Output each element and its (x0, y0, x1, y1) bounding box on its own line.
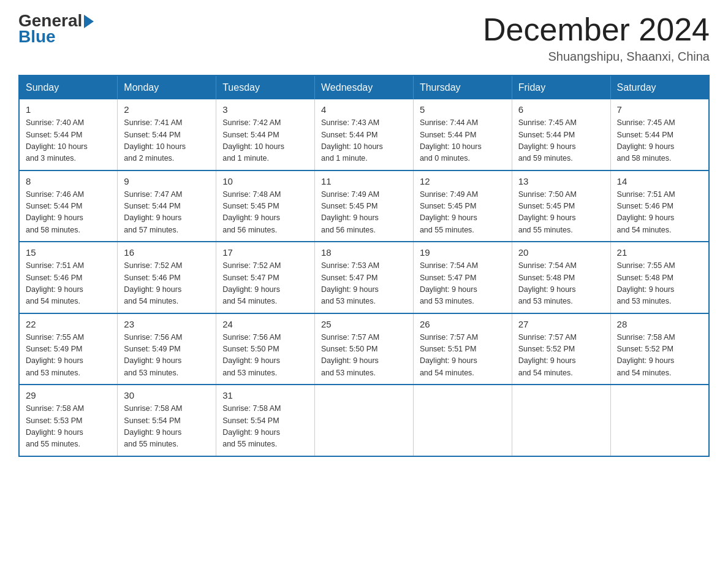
day-info: Sunrise: 7:46 AMSunset: 5:44 PMDaylight:… (26, 189, 111, 237)
calendar-day-16: 16Sunrise: 7:52 AMSunset: 5:46 PMDayligh… (118, 242, 216, 313)
calendar-day-empty (413, 385, 512, 456)
day-info: Sunrise: 7:41 AMSunset: 5:44 PMDaylight:… (124, 117, 210, 165)
calendar-day-2: 2Sunrise: 7:41 AMSunset: 5:44 PMDaylight… (118, 99, 216, 170)
calendar-day-30: 30Sunrise: 7:58 AMSunset: 5:54 PMDayligh… (118, 385, 216, 456)
day-info: Sunrise: 7:51 AMSunset: 5:46 PMDaylight:… (26, 260, 111, 308)
day-number: 27 (518, 319, 604, 329)
calendar-day-5: 5Sunrise: 7:44 AMSunset: 5:44 PMDaylight… (413, 99, 512, 170)
day-number: 28 (617, 319, 702, 329)
calendar-day-19: 19Sunrise: 7:54 AMSunset: 5:47 PMDayligh… (413, 242, 512, 313)
calendar-day-22: 22Sunrise: 7:55 AMSunset: 5:49 PMDayligh… (19, 313, 118, 385)
calendar-day-23: 23Sunrise: 7:56 AMSunset: 5:49 PMDayligh… (118, 313, 216, 385)
day-info: Sunrise: 7:55 AMSunset: 5:48 PMDaylight:… (617, 260, 702, 308)
day-number: 22 (26, 319, 111, 329)
day-number: 3 (222, 104, 308, 115)
calendar-day-18: 18Sunrise: 7:53 AMSunset: 5:47 PMDayligh… (315, 242, 414, 313)
weekday-header-thursday: Thursday (413, 75, 512, 99)
day-info: Sunrise: 7:45 AMSunset: 5:44 PMDaylight:… (518, 117, 604, 165)
day-number: 23 (124, 319, 210, 329)
day-number: 6 (518, 104, 604, 115)
day-info: Sunrise: 7:58 AMSunset: 5:52 PMDaylight:… (617, 332, 702, 380)
calendar-week-row: 15Sunrise: 7:51 AMSunset: 5:46 PMDayligh… (19, 242, 709, 313)
day-number: 25 (321, 319, 407, 329)
calendar-week-row: 8Sunrise: 7:46 AMSunset: 5:44 PMDaylight… (19, 170, 709, 242)
logo: General Blue (18, 12, 94, 45)
weekday-header-friday: Friday (512, 75, 610, 99)
day-number: 9 (124, 176, 210, 186)
calendar-day-10: 10Sunrise: 7:48 AMSunset: 5:45 PMDayligh… (216, 170, 315, 242)
day-number: 26 (420, 319, 506, 329)
calendar-week-row: 22Sunrise: 7:55 AMSunset: 5:49 PMDayligh… (19, 313, 709, 385)
logo-triangle-icon (84, 15, 94, 28)
day-info: Sunrise: 7:56 AMSunset: 5:50 PMDaylight:… (222, 332, 308, 380)
day-info: Sunrise: 7:55 AMSunset: 5:49 PMDaylight:… (26, 332, 111, 380)
day-number: 1 (26, 104, 111, 115)
day-info: Sunrise: 7:54 AMSunset: 5:48 PMDaylight:… (518, 260, 604, 308)
weekday-header-saturday: Saturday (610, 75, 709, 99)
day-info: Sunrise: 7:58 AMSunset: 5:54 PMDaylight:… (124, 403, 210, 451)
day-info: Sunrise: 7:43 AMSunset: 5:44 PMDaylight:… (321, 117, 407, 165)
day-number: 31 (222, 390, 308, 400)
day-info: Sunrise: 7:52 AMSunset: 5:47 PMDaylight:… (222, 260, 308, 308)
calendar-day-13: 13Sunrise: 7:50 AMSunset: 5:45 PMDayligh… (512, 170, 610, 242)
calendar-day-12: 12Sunrise: 7:49 AMSunset: 5:45 PMDayligh… (413, 170, 512, 242)
calendar-day-31: 31Sunrise: 7:58 AMSunset: 5:54 PMDayligh… (216, 385, 315, 456)
day-number: 30 (124, 390, 210, 400)
day-info: Sunrise: 7:57 AMSunset: 5:50 PMDaylight:… (321, 332, 407, 380)
day-number: 24 (222, 319, 308, 329)
weekday-header-tuesday: Tuesday (216, 75, 315, 99)
calendar-day-14: 14Sunrise: 7:51 AMSunset: 5:46 PMDayligh… (610, 170, 709, 242)
calendar-day-9: 9Sunrise: 7:47 AMSunset: 5:44 PMDaylight… (118, 170, 216, 242)
calendar-day-29: 29Sunrise: 7:58 AMSunset: 5:53 PMDayligh… (19, 385, 118, 456)
calendar-day-20: 20Sunrise: 7:54 AMSunset: 5:48 PMDayligh… (512, 242, 610, 313)
day-number: 15 (26, 247, 111, 258)
calendar-day-24: 24Sunrise: 7:56 AMSunset: 5:50 PMDayligh… (216, 313, 315, 385)
day-number: 5 (420, 104, 506, 115)
calendar-day-15: 15Sunrise: 7:51 AMSunset: 5:46 PMDayligh… (19, 242, 118, 313)
day-info: Sunrise: 7:44 AMSunset: 5:44 PMDaylight:… (420, 117, 506, 165)
day-number: 13 (518, 176, 604, 186)
day-info: Sunrise: 7:49 AMSunset: 5:45 PMDaylight:… (420, 189, 506, 237)
calendar-table: SundayMondayTuesdayWednesdayThursdayFrid… (18, 75, 710, 457)
calendar-day-8: 8Sunrise: 7:46 AMSunset: 5:44 PMDaylight… (19, 170, 118, 242)
page-header: General Blue December 2024 Shuangshipu, … (18, 12, 710, 64)
day-info: Sunrise: 7:49 AMSunset: 5:45 PMDaylight:… (321, 189, 407, 237)
calendar-day-4: 4Sunrise: 7:43 AMSunset: 5:44 PMDaylight… (315, 99, 414, 170)
calendar-day-26: 26Sunrise: 7:57 AMSunset: 5:51 PMDayligh… (413, 313, 512, 385)
day-number: 21 (617, 247, 702, 258)
calendar-day-25: 25Sunrise: 7:57 AMSunset: 5:50 PMDayligh… (315, 313, 414, 385)
day-info: Sunrise: 7:52 AMSunset: 5:46 PMDaylight:… (124, 260, 210, 308)
day-number: 16 (124, 247, 210, 258)
day-number: 7 (617, 104, 702, 115)
day-number: 19 (420, 247, 506, 258)
day-number: 18 (321, 247, 407, 258)
day-info: Sunrise: 7:42 AMSunset: 5:44 PMDaylight:… (222, 117, 308, 165)
calendar-day-7: 7Sunrise: 7:45 AMSunset: 5:44 PMDaylight… (610, 99, 709, 170)
day-info: Sunrise: 7:51 AMSunset: 5:46 PMDaylight:… (617, 189, 702, 237)
day-info: Sunrise: 7:58 AMSunset: 5:54 PMDaylight:… (222, 403, 308, 451)
weekday-header-wednesday: Wednesday (315, 75, 414, 99)
day-info: Sunrise: 7:40 AMSunset: 5:44 PMDaylight:… (26, 117, 111, 165)
day-info: Sunrise: 7:50 AMSunset: 5:45 PMDaylight:… (518, 189, 604, 237)
calendar-day-17: 17Sunrise: 7:52 AMSunset: 5:47 PMDayligh… (216, 242, 315, 313)
weekday-header-monday: Monday (118, 75, 216, 99)
calendar-day-1: 1Sunrise: 7:40 AMSunset: 5:44 PMDaylight… (19, 99, 118, 170)
day-number: 4 (321, 104, 407, 115)
day-number: 10 (222, 176, 308, 186)
day-info: Sunrise: 7:56 AMSunset: 5:49 PMDaylight:… (124, 332, 210, 380)
day-info: Sunrise: 7:53 AMSunset: 5:47 PMDaylight:… (321, 260, 407, 308)
calendar-day-28: 28Sunrise: 7:58 AMSunset: 5:52 PMDayligh… (610, 313, 709, 385)
calendar-day-27: 27Sunrise: 7:57 AMSunset: 5:52 PMDayligh… (512, 313, 610, 385)
calendar-day-21: 21Sunrise: 7:55 AMSunset: 5:48 PMDayligh… (610, 242, 709, 313)
logo-blue-text: Blue (18, 28, 56, 45)
day-info: Sunrise: 7:48 AMSunset: 5:45 PMDaylight:… (222, 189, 308, 237)
weekday-header-sunday: Sunday (19, 75, 118, 99)
calendar-day-6: 6Sunrise: 7:45 AMSunset: 5:44 PMDaylight… (512, 99, 610, 170)
calendar-day-empty (315, 385, 414, 456)
day-info: Sunrise: 7:54 AMSunset: 5:47 PMDaylight:… (420, 260, 506, 308)
day-info: Sunrise: 7:47 AMSunset: 5:44 PMDaylight:… (124, 189, 210, 237)
calendar-day-empty (610, 385, 709, 456)
day-number: 8 (26, 176, 111, 186)
calendar-header-row: SundayMondayTuesdayWednesdayThursdayFrid… (19, 75, 709, 99)
calendar-day-empty (512, 385, 610, 456)
